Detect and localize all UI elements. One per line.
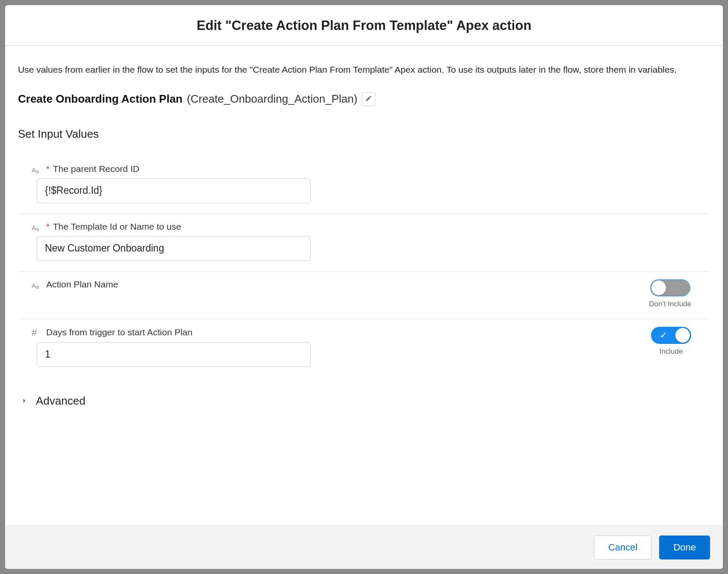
set-input-values-heading: Set Input Values [18,127,710,141]
toggle-knob-icon [675,328,690,343]
toggle-state-label: Don't Include [649,300,691,308]
field-label: Action Plan Name [46,279,118,290]
parent-record-id-input[interactable] [37,178,311,203]
action-name-row: Create Onboarding Action Plan (Create_On… [18,92,710,106]
field-label: The parent Record ID [53,164,139,174]
field-label: The Template Id or Name to use [53,222,181,232]
modal-footer: Cancel Done [5,526,723,569]
action-api-name: (Create_Onboarding_Action_Plan) [187,92,358,106]
field-parent-record-id: * The parent Record ID [18,156,710,214]
advanced-label: Advanced [36,394,86,408]
pencil-icon [365,95,372,103]
action-label: Create Onboarding Action Plan [18,92,183,106]
number-type-icon [32,327,43,338]
text-type-icon [32,224,43,232]
chevron-right-icon [21,397,28,405]
text-type-icon [32,166,43,175]
edit-apex-action-modal: Edit "Create Action Plan From Template" … [5,5,723,569]
done-button[interactable]: Done [659,536,710,559]
advanced-section-toggle[interactable]: Advanced [18,377,710,416]
cancel-button[interactable]: Cancel [594,536,651,559]
template-input[interactable] [37,236,311,261]
description-text: Use values from earlier in the flow to s… [18,63,710,77]
required-indicator: * [46,222,50,232]
text-type-icon [32,281,43,290]
field-template: * The Template Id or Name to use [18,214,710,272]
field-label: Days from trigger to start Action Plan [46,327,192,337]
modal-body: Use values from earlier in the flow to s… [5,46,723,526]
days-from-trigger-input[interactable] [37,342,311,367]
action-plan-name-toggle[interactable] [650,279,690,296]
days-from-trigger-toggle[interactable]: ✓ [651,327,691,344]
field-action-plan-name: Action Plan Name Don't Include [18,272,710,319]
field-days-from-trigger: Days from trigger to start Action Plan ✓… [18,319,710,377]
modal-header: Edit "Create Action Plan From Template" … [5,5,723,46]
required-indicator: * [46,164,50,174]
modal-title: Edit "Create Action Plan From Template" … [14,18,714,33]
checkmark-icon: ✓ [660,330,667,341]
toggle-state-label: Include [660,347,683,356]
toggle-knob-icon [651,281,666,295]
edit-name-button[interactable] [362,92,376,106]
